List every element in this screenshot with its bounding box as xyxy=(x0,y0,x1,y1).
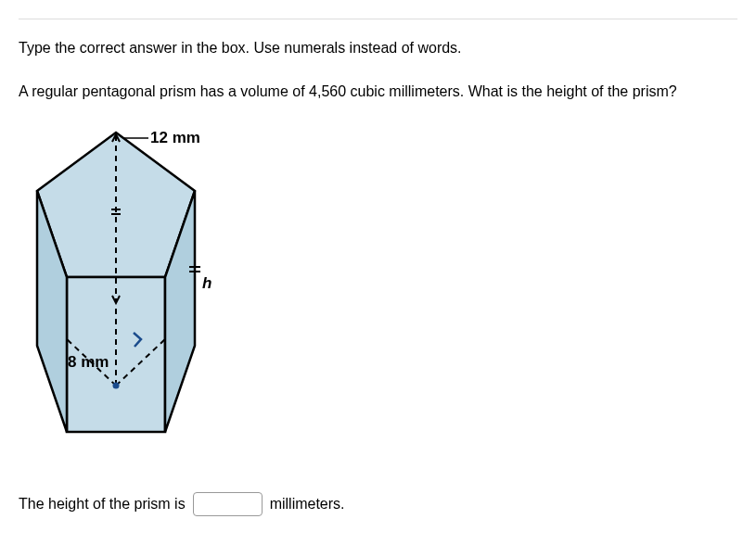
instruction-text: Type the correct answer in the box. Use … xyxy=(19,38,737,58)
answer-row: The height of the prism is millimeters. xyxy=(19,492,737,516)
divider xyxy=(19,19,737,19)
svg-marker-0 xyxy=(37,133,195,277)
label-height: h xyxy=(202,274,211,293)
question-text: A regular pentagonal prism has a volume … xyxy=(19,82,737,102)
answer-input[interactable] xyxy=(193,492,263,516)
answer-suffix: millimeters. xyxy=(270,496,345,513)
pentagonal-prism-svg xyxy=(19,121,250,464)
answer-prefix: The height of the prism is xyxy=(19,496,186,513)
svg-point-10 xyxy=(113,382,120,388)
prism-figure: 12 mm h 8 mm xyxy=(19,121,250,464)
label-apothem: 8 mm xyxy=(68,353,109,372)
label-side-length: 12 mm xyxy=(150,129,200,147)
